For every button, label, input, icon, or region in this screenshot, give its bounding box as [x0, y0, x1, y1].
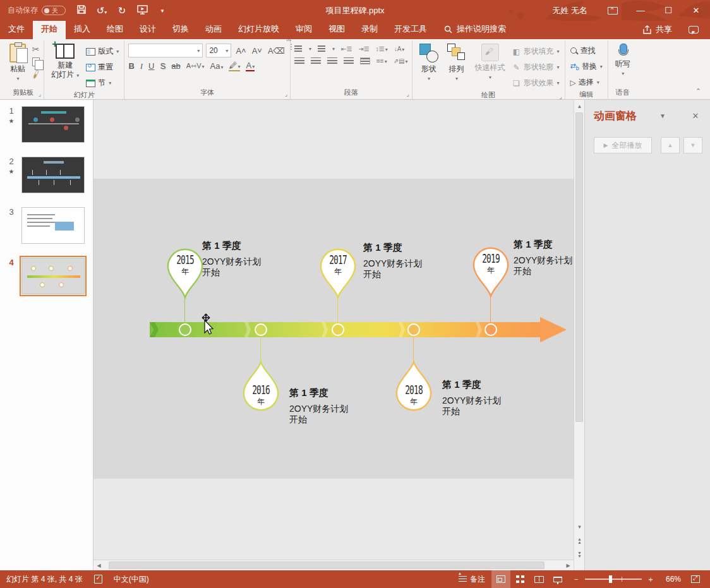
shape-fill-button[interactable]: ◧形状填充▾ [511, 45, 561, 57]
replace-button[interactable]: ⇄b替换▾ [569, 61, 604, 73]
character-spacing-button[interactable]: A⇿V▾ [186, 62, 205, 70]
timeline-arrowhead[interactable] [540, 317, 567, 342]
align-center-icon[interactable] [311, 57, 321, 64]
shapes-button[interactable]: 形状 ▾ [416, 42, 442, 84]
play-all-button[interactable]: ▶ 全部播放 [594, 137, 652, 153]
dictate-button[interactable]: 听写 ▾ [612, 42, 634, 79]
autosave-control[interactable]: 自动保存 关 [8, 5, 66, 16]
find-button[interactable]: 查找 [569, 45, 604, 57]
tab-insert[interactable]: 插入 [66, 20, 99, 39]
text-direction-icon[interactable]: ↓A▾ [394, 45, 405, 52]
text-shadow-button[interactable]: S [160, 61, 166, 71]
slide-4-surface[interactable]: 2015年 2017年 2019年 2016年 2018年 [93, 179, 574, 479]
milestone-circle-2018[interactable] [407, 323, 420, 336]
paste-button[interactable]: 粘贴 ▾ [6, 42, 29, 84]
event-text-2017[interactable]: 第 1 季度 2OYY财务计划开始 [363, 242, 452, 279]
highlight-color-button[interactable]: 🖉▾ [229, 61, 240, 71]
qat-customize-icon[interactable]: ▾ [157, 8, 168, 14]
event-text-2015[interactable]: 第 1 季度 2OYY财务计划开始 [202, 240, 291, 277]
thumbnail-slide-3[interactable]: 3 [5, 207, 93, 244]
redo-icon[interactable]: ↻ [116, 5, 128, 16]
distribute-icon[interactable] [360, 57, 370, 64]
slide-editing-canvas[interactable]: 2015年 2017年 2019年 2016年 2018年 [93, 100, 574, 570]
move-later-button[interactable]: ▼ [683, 137, 702, 153]
collapse-ribbon-icon[interactable]: ⌃ [695, 87, 707, 99]
strikethrough-button[interactable]: ab [171, 61, 180, 71]
ribbon-display-options-button[interactable] [599, 0, 627, 21]
reset-button[interactable]: 重置 [85, 61, 120, 73]
horizontal-scroll-thumb[interactable] [109, 561, 545, 569]
milestone-circle-2016[interactable] [255, 323, 267, 336]
change-case-button[interactable]: Aa▾ [210, 61, 224, 71]
bold-button[interactable]: B [128, 61, 134, 71]
tell-me-search[interactable]: 操作说明搜索 [444, 23, 506, 39]
milestone-circle-2019[interactable] [484, 323, 497, 336]
zoom-slider-thumb[interactable] [609, 575, 612, 583]
event-text-2016[interactable]: 第 1 季度 2OYY财务计划开始 [289, 387, 378, 424]
move-earlier-button[interactable]: ▲ [661, 137, 680, 153]
slide-2-preview[interactable] [21, 157, 85, 193]
tab-animations[interactable]: 动画 [197, 20, 230, 39]
undo-icon[interactable]: ↺▾ [96, 5, 107, 16]
scroll-up-arrow[interactable]: ▲ [575, 101, 584, 111]
pane-close-icon[interactable]: ✕ [689, 111, 702, 121]
format-painter-icon[interactable]: 🖌 [30, 68, 41, 80]
select-button[interactable]: ▷选择▾ [569, 76, 604, 88]
event-text-2019[interactable]: 第 1 季度 2OYY财务计划开始 [514, 239, 602, 276]
pane-options-caret-icon[interactable]: ▼ [656, 112, 670, 119]
scroll-down-arrow[interactable]: ▼ [575, 522, 584, 532]
slide-counter[interactable]: 幻灯片 第 4 张, 共 4 张 [6, 574, 83, 585]
language-indicator[interactable]: 中文(中国) [114, 574, 149, 585]
pin-2018[interactable]: 2018年 [395, 361, 433, 414]
shrink-font-icon[interactable]: A˅ [251, 46, 263, 56]
paragraph-dialog-launcher[interactable]: ⌟ [406, 91, 409, 97]
scroll-right-arrow[interactable]: ▶ [563, 561, 573, 570]
arrange-button[interactable]: 排列 ▾ [444, 42, 469, 84]
zoom-percentage[interactable]: 66% [659, 575, 681, 584]
normal-view-button[interactable] [491, 570, 510, 588]
font-dialog-launcher[interactable]: ⌟ [285, 91, 287, 97]
bullets-icon[interactable] [294, 45, 302, 52]
autosave-toggle[interactable]: 关 [42, 6, 66, 15]
tab-slideshow[interactable]: 幻灯片放映 [230, 20, 287, 39]
thumbnail-slide-1[interactable]: 1 ★ [5, 106, 93, 143]
copy-icon[interactable] [32, 57, 40, 66]
horizontal-scrollbar[interactable]: ◀ ▶ [93, 560, 574, 570]
thumbnail-slide-2[interactable]: 2 ★ [5, 157, 93, 193]
pin-2017[interactable]: 2017年 [319, 246, 357, 299]
zoom-out-button[interactable]: － [572, 574, 580, 585]
align-left-icon[interactable] [294, 57, 304, 64]
thumbnail-slide-4[interactable]: 4 [5, 258, 93, 294]
start-slideshow-icon[interactable] [136, 5, 148, 16]
tab-home[interactable]: 开始 [33, 20, 66, 39]
zoom-slider[interactable] [585, 579, 642, 580]
font-color-button[interactable]: A▾ [246, 61, 255, 71]
underline-button[interactable]: U [148, 61, 154, 71]
vertical-scroll-thumb[interactable] [575, 112, 583, 422]
tab-file[interactable]: 文件 [0, 20, 33, 39]
slideshow-view-button[interactable] [548, 570, 567, 588]
quick-styles-button[interactable]: 快速样式 ▾ [472, 42, 508, 83]
share-button[interactable]: 共享 [642, 24, 672, 35]
paste-dropdown-caret[interactable]: ▾ [16, 76, 19, 82]
tab-record[interactable]: 录制 [353, 20, 386, 39]
close-button[interactable]: ✕ [682, 0, 710, 21]
decrease-indent-icon[interactable]: ⇤☰ [341, 45, 352, 52]
next-slide-button[interactable]: ▼▼ [575, 549, 584, 560]
columns-icon[interactable]: ≡≡▾ [376, 57, 387, 64]
pin-2016[interactable]: 2016年 [242, 361, 280, 414]
font-name-combo[interactable]: ▾ [128, 44, 203, 57]
smartart-convert-icon[interactable]: ⇗▤▾ [394, 57, 408, 64]
milestone-circle-2015[interactable] [179, 323, 191, 336]
numbering-icon[interactable] [318, 45, 325, 52]
user-name[interactable]: 无姓 无名 [552, 5, 587, 16]
save-icon[interactable] [76, 4, 87, 16]
slide-1-preview[interactable] [21, 106, 85, 143]
align-right-icon[interactable] [327, 57, 337, 64]
tab-transitions[interactable]: 切换 [164, 20, 197, 39]
clipboard-dialog-launcher[interactable]: ⌟ [39, 91, 41, 97]
reading-view-button[interactable] [529, 570, 548, 588]
font-size-combo[interactable]: 20▾ [206, 44, 231, 57]
previous-slide-button[interactable]: ▲▲ [575, 536, 584, 546]
slide-sorter-view-button[interactable] [510, 570, 529, 588]
